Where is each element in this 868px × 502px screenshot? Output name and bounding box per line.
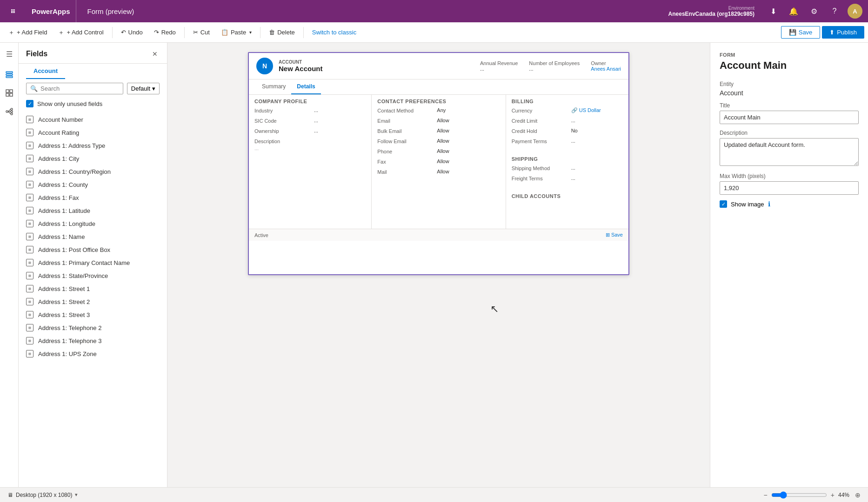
sic-code-row: SIC Code ... — [249, 116, 371, 126]
field-item[interactable]: ⊞ Address 1: Street 3 — [19, 308, 167, 321]
title-field-label: Title — [720, 102, 859, 109]
title-input[interactable] — [720, 111, 859, 124]
field-item-label: Address 1: Primary Contact Name — [38, 259, 130, 266]
add-control-icon: ＋ — [58, 28, 64, 37]
bottom-bar: 🖥 Desktop (1920 x 1080) ▾ − + 44% ⊕ — [0, 487, 868, 502]
download-icon[interactable]: ⬇ — [766, 4, 781, 19]
env-label: Environment — [668, 6, 754, 11]
tab-summary[interactable]: Summary — [256, 79, 291, 94]
employees-field: Number of Employees ... — [529, 60, 580, 72]
field-item[interactable]: ⊞ Account Number — [19, 113, 167, 126]
paste-button[interactable]: 📋 Paste ▾ — [216, 26, 256, 38]
description-area: Description ... — [249, 137, 371, 155]
add-control-button[interactable]: ＋ + Add Control — [53, 26, 108, 39]
field-item[interactable]: ⊞ Address 1: State/Province — [19, 269, 167, 282]
field-item-label: Address 1: Post Office Box — [38, 246, 110, 253]
max-width-input[interactable] — [720, 181, 859, 195]
field-type-icon: ⊞ — [26, 259, 33, 266]
field-item[interactable]: ⊞ Address 1: Primary Contact Name — [19, 256, 167, 269]
field-item[interactable]: ⊞ Address 1: Telephone 2 — [19, 321, 167, 334]
fields-panel-close-button[interactable]: ✕ — [150, 48, 160, 59]
publish-icon: ⬆ — [829, 29, 835, 36]
add-field-button[interactable]: ＋ + Add Field — [4, 26, 52, 39]
toolbar: ＋ + Add Field ＋ + Add Control ↶ Undo ↷ R… — [0, 22, 868, 43]
help-icon[interactable]: ? — [827, 4, 842, 19]
device-selector[interactable]: 🖥 Desktop (1920 x 1080) ▾ — [7, 492, 78, 498]
form-save-link[interactable]: ⊞ Save — [606, 232, 623, 238]
company-profile-section: COMPANY PROFILE Industry ... SIC Code ..… — [249, 95, 372, 229]
field-item[interactable]: ⊞ Address 1: Latitude — [19, 204, 167, 217]
undo-button[interactable]: ↶ Undo — [116, 26, 147, 38]
nav-menu-icon[interactable]: ☰ — [2, 46, 17, 61]
app-name: PowerApps — [26, 0, 76, 22]
field-item[interactable]: ⊞ Address 1: Name — [19, 230, 167, 243]
field-type-icon: ⊞ — [26, 142, 33, 149]
field-item[interactable]: ⊞ Address 1: Post Office Box — [19, 243, 167, 256]
description-textarea[interactable]: Updated default Account form. — [720, 138, 859, 166]
field-item-label: Address 1: Latitude — [38, 207, 90, 214]
field-item[interactable]: ⊞ Address 1: Address Type — [19, 139, 167, 152]
form-tabs: Summary Details — [249, 79, 628, 95]
app-grid-icon[interactable] — [6, 4, 20, 19]
fields-list: ⊞ Account Number ⊞ Account Rating ⊞ Addr… — [19, 111, 167, 502]
entity-tab[interactable]: Account — [26, 64, 65, 79]
cut-button[interactable]: ✂ Cut — [188, 26, 214, 38]
canvas-area[interactable]: N ACCOUNT New Account Annual Revenue ...… — [167, 43, 710, 502]
left-nav: ☰ — [0, 43, 19, 502]
nav-tree-icon[interactable] — [2, 104, 17, 119]
filter-dropdown-button[interactable]: Default ▾ — [127, 83, 160, 94]
svg-rect-14 — [6, 93, 9, 96]
field-item[interactable]: ⊞ Address 1: Country/Region — [19, 165, 167, 178]
search-input[interactable] — [40, 85, 119, 92]
switch-classic-button[interactable]: Switch to classic — [307, 26, 361, 38]
follow-email-row: Follow Email Allow — [372, 137, 505, 147]
zoom-slider[interactable] — [771, 491, 827, 499]
settings-icon[interactable]: ⚙ — [807, 4, 821, 19]
form-body: COMPANY PROFILE Industry ... SIC Code ..… — [249, 95, 628, 229]
field-type-icon: ⊞ — [26, 168, 33, 175]
field-type-icon: ⊞ — [26, 194, 33, 201]
svg-point-16 — [6, 111, 8, 112]
field-type-icon: ⊞ — [26, 155, 33, 162]
field-item[interactable]: ⊞ Account Rating — [19, 126, 167, 139]
nav-components-icon[interactable] — [2, 86, 17, 100]
zoom-out-button[interactable]: − — [764, 491, 768, 499]
save-button[interactable]: 💾 Save — [781, 26, 821, 39]
svg-rect-6 — [11, 12, 12, 13]
field-item[interactable]: ⊞ Address 1: County — [19, 178, 167, 191]
field-item[interactable]: ⊞ Address 1: Longitude — [19, 217, 167, 230]
field-item[interactable]: ⊞ Address 1: Telephone 3 — [19, 334, 167, 347]
publish-button[interactable]: ⬆ Publish — [822, 26, 864, 39]
entity-value: Account — [720, 89, 859, 97]
show-image-checkbox[interactable]: ✓ — [720, 200, 727, 208]
field-item[interactable]: ⊞ Address 1: Street 2 — [19, 295, 167, 308]
info-icon[interactable]: ℹ — [768, 200, 770, 208]
field-item[interactable]: ⊞ Address 1: City — [19, 152, 167, 165]
show-unused-label: Show only unused fields — [37, 100, 102, 107]
field-type-icon: ⊞ — [26, 337, 33, 344]
redo-button[interactable]: ↷ Redo — [149, 26, 180, 38]
credit-limit-row: Credit Limit ... — [506, 116, 628, 126]
field-item-label: Account Rating — [38, 129, 79, 136]
field-type-icon: ⊞ — [26, 285, 33, 292]
delete-button[interactable]: 🗑 Delete — [264, 26, 300, 38]
nav-fields-icon[interactable] — [2, 67, 17, 82]
tab-details[interactable]: Details — [291, 79, 320, 94]
owner-field: Owner Anees Ansari — [591, 60, 621, 72]
form-account-name: New Account — [279, 65, 474, 73]
svg-rect-2 — [14, 9, 15, 10]
notification-icon[interactable]: 🔔 — [786, 4, 801, 19]
billing-shipping-section: BILLING Currency 🔗 US Dollar Credit Limi… — [506, 95, 628, 229]
field-item[interactable]: ⊞ Address 1: UPS Zone — [19, 347, 167, 360]
zoom-fit-icon[interactable]: ⊕ — [855, 491, 861, 499]
show-unused-checkbox[interactable]: ✓ — [26, 100, 33, 107]
right-panel: Form Account Main Entity Account Title D… — [710, 43, 868, 502]
billing-header: BILLING — [506, 95, 628, 106]
field-type-icon: ⊞ — [26, 272, 33, 279]
zoom-in-button[interactable]: + — [831, 491, 835, 499]
cursor-indicator: ↖ — [490, 303, 499, 315]
field-item[interactable]: ⊞ Address 1: Street 1 — [19, 282, 167, 295]
field-item[interactable]: ⊞ Address 1: Fax — [19, 191, 167, 204]
paste-dropdown-icon[interactable]: ▾ — [249, 30, 252, 35]
user-avatar[interactable]: A — [848, 4, 862, 19]
